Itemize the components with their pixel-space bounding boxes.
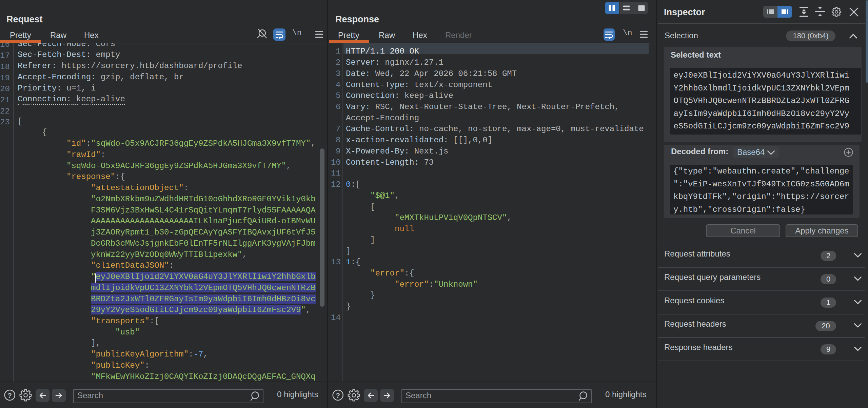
svg-text:?: ? xyxy=(336,392,340,399)
svg-text:?: ? xyxy=(8,392,12,399)
